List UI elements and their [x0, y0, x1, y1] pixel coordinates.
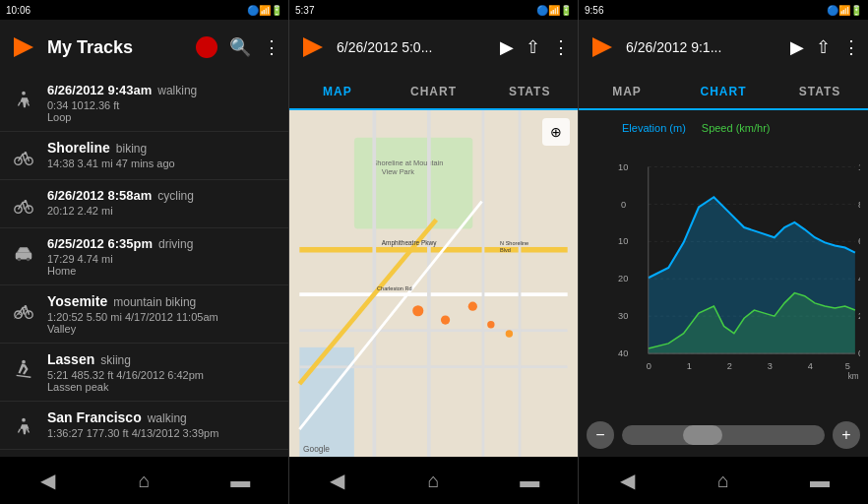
- svg-text:1: 1: [687, 361, 692, 371]
- svg-text:5: 5: [845, 361, 850, 371]
- chart-legend: Elevation (m) Speed (km/hr): [583, 118, 864, 142]
- home-button[interactable]: ⌂: [114, 461, 173, 500]
- more-icon[interactable]: ⋮: [552, 36, 570, 58]
- svg-point-15: [22, 418, 26, 422]
- track-sub: Lassen peak: [47, 381, 279, 393]
- compass-icon[interactable]: ⊕: [542, 118, 570, 146]
- recent-button[interactable]: ▬: [211, 461, 270, 500]
- chart-main: 10 0 -10 -20 -30 -40 100 80 60 40 20 0 0…: [583, 142, 864, 417]
- play-icon-3[interactable]: ▶: [790, 36, 804, 58]
- status-bar-1: 10:06 🔵📶🔋: [0, 0, 288, 20]
- zoom-in-button[interactable]: +: [833, 421, 860, 449]
- zoom-slider[interactable]: [622, 425, 825, 445]
- svg-point-3: [24, 152, 27, 155]
- tab-chart-2[interactable]: CHART: [386, 75, 482, 108]
- svg-point-0: [22, 92, 26, 95]
- home-button-2[interactable]: ⌂: [403, 461, 463, 500]
- tab-chart-3[interactable]: CHART: [675, 75, 772, 110]
- svg-rect-23: [299, 329, 567, 332]
- track-info: Yosemite mountain biking 1:20:52 5.50 mi…: [47, 293, 279, 335]
- track-date: 6/26/2012 8:58am: [47, 188, 152, 203]
- track-type: driving: [158, 237, 193, 251]
- map-svg: Shoreline at Mountain View Park Amphithe…: [289, 110, 578, 457]
- track-stats: 1:20:52 5.50 mi 4/17/2012 11:05am: [47, 311, 279, 323]
- ski-icon: [10, 355, 37, 383]
- svg-rect-22: [299, 292, 567, 296]
- tab-map-2[interactable]: MAP: [289, 75, 386, 110]
- svg-text:N Shoreline: N Shoreline: [500, 240, 528, 246]
- more-icon[interactable]: ⋮: [263, 36, 280, 58]
- home-button-3[interactable]: ⌂: [694, 461, 753, 500]
- track-info: 6/25/2012 6:35pm driving 17:29 4.74 mi H…: [47, 236, 279, 277]
- track-info: 6/26/2012 8:58am cycling 20:12 2.42 mi: [47, 188, 279, 217]
- chart-svg: 10 0 -10 -20 -30 -40 100 80 60 40 20 0 0…: [618, 142, 860, 394]
- svg-point-37: [468, 302, 477, 311]
- svg-rect-28: [519, 110, 522, 457]
- track-name: Yosemite: [47, 293, 107, 309]
- svg-text:View Park: View Park: [382, 167, 415, 176]
- tab-map-3[interactable]: MAP: [579, 75, 675, 108]
- svg-text:Shoreline at Mountain: Shoreline at Mountain: [372, 158, 443, 167]
- back-button-2[interactable]: ◀: [308, 461, 367, 500]
- svg-text:Blvd: Blvd: [500, 247, 511, 253]
- svg-rect-21: [299, 247, 567, 253]
- search-icon[interactable]: 🔍: [229, 36, 251, 58]
- status-bar-3: 9:56 🔵📶🔋: [579, 0, 868, 20]
- panel-map: 5:37 🔵📶🔋 6/26/2012 5:0... ▶ ⇧ ⋮ MAP CHAR…: [289, 0, 579, 504]
- track-type: walking: [148, 411, 187, 425]
- bike-icon: [10, 192, 37, 220]
- tab-stats-3[interactable]: STATS: [772, 75, 868, 108]
- svg-point-13: [22, 360, 26, 364]
- svg-rect-26: [427, 110, 431, 457]
- list-item[interactable]: San Francisco walking 1:36:27 177.30 ft …: [0, 402, 288, 450]
- track-stats: 20:12 2.42 mi: [47, 205, 279, 217]
- more-icon-3[interactable]: ⋮: [842, 36, 860, 58]
- mountain-bike-icon: [10, 297, 37, 325]
- elevation-label: Elevation (m): [622, 122, 686, 134]
- list-item[interactable]: 6/25/2012 6:35pm driving 17:29 4.74 mi H…: [0, 228, 288, 285]
- record-button[interactable]: [196, 36, 217, 58]
- svg-text:0: 0: [647, 361, 651, 371]
- track-type: mountain biking: [113, 295, 196, 309]
- svg-point-12: [24, 305, 27, 308]
- panel1-header: My Tracks 🔍 ⋮: [0, 20, 288, 75]
- list-item[interactable]: 6/26/2012 8:58am cycling 20:12 2.42 mi: [0, 180, 288, 228]
- list-item[interactable]: Yosemite mountain biking 1:20:52 5.50 mi…: [0, 285, 288, 344]
- tab-stats-2[interactable]: STATS: [481, 75, 578, 108]
- share-icon[interactable]: ⇧: [526, 36, 540, 58]
- track-info: San Francisco walking 1:36:27 177.30 ft …: [47, 410, 279, 439]
- back-button[interactable]: ◀: [19, 461, 78, 500]
- track-sub: Valley: [47, 323, 279, 335]
- zoom-out-button[interactable]: −: [587, 421, 614, 449]
- track-sub: Loop: [47, 111, 279, 123]
- panel-my-tracks: 10:06 🔵📶🔋 My Tracks 🔍 ⋮: [0, 0, 289, 504]
- nav-logo-icon: [8, 32, 39, 63]
- track-info: Shoreline biking 14:38 3.41 mi 47 mins a…: [47, 140, 279, 169]
- track-stats: 1:36:27 177.30 ft 4/13/2012 3:39pm: [47, 427, 279, 439]
- track-name: San Francisco: [47, 410, 142, 425]
- zoom-thumb[interactable]: [683, 425, 722, 445]
- status-icons-1: 🔵📶🔋: [247, 5, 282, 16]
- svg-rect-25: [372, 110, 376, 457]
- svg-text:0: 0: [621, 200, 626, 210]
- zoom-bar: − +: [583, 417, 864, 453]
- speed-label: Speed (km/hr): [702, 122, 771, 134]
- back-button-3[interactable]: ◀: [597, 461, 656, 500]
- list-item[interactable]: Lassen skiing 5:21 485.32 ft 4/16/2012 6…: [0, 344, 288, 402]
- list-item[interactable]: 6/26/2012 9:43am walking 0:34 1012.36 ft…: [0, 75, 288, 132]
- play-icon[interactable]: ▶: [500, 36, 514, 58]
- svg-rect-27: [482, 110, 485, 457]
- tab-bar-2: MAP CHART STATS: [289, 75, 578, 110]
- status-time-2: 5:37: [295, 5, 314, 16]
- list-item[interactable]: Shoreline biking 14:38 3.41 mi 47 mins a…: [0, 132, 288, 180]
- svg-line-14: [17, 375, 31, 377]
- svg-text:80: 80: [858, 200, 860, 210]
- svg-text:2: 2: [727, 361, 732, 371]
- recent-button-3[interactable]: ▬: [790, 461, 849, 500]
- tracks-list: 6/26/2012 9:43am walking 0:34 1012.36 ft…: [0, 75, 288, 457]
- svg-text:-20: -20: [618, 274, 628, 284]
- share-icon-3[interactable]: ⇧: [816, 36, 831, 58]
- status-time-1: 10:06: [6, 5, 31, 16]
- map-container[interactable]: Shoreline at Mountain View Park Amphithe…: [289, 110, 578, 457]
- recent-button-2[interactable]: ▬: [500, 461, 559, 500]
